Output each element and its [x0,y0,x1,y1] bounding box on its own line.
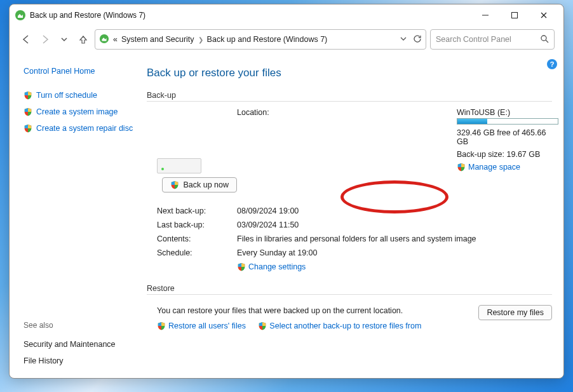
app-icon [15,10,26,21]
sidebar-create-repair-disc[interactable]: Create a system repair disc [24,124,137,133]
svg-point-5 [541,36,546,41]
backup-section-label: Back-up [147,91,552,100]
see-also-heading: See also [24,321,137,330]
disk-icon [157,158,201,173]
shield-icon [24,91,32,100]
svg-line-6 [546,40,548,43]
search-input[interactable]: Search Control Panel [430,29,555,50]
breadcrumb-seg1[interactable]: System and Security [121,35,194,44]
backup-now-label: Back up now [183,180,229,189]
window-controls [471,6,558,25]
shield-icon [170,180,179,189]
page-title: Back up or restore your files [147,67,552,79]
window-title: Back up and Restore (Windows 7) [30,11,145,20]
up-button[interactable] [76,32,91,47]
change-settings-link[interactable]: Change settings [237,262,552,271]
shield-icon [258,321,267,330]
chevron-right-icon: ❯ [198,36,203,43]
last-backup-value: 03/09/2024 11:50 [237,220,552,229]
last-backup-label: Last back-up: [157,220,237,229]
manage-space-label: Manage space [468,163,520,172]
sidebar-item-label: Turn off schedule [36,91,97,100]
help-icon[interactable]: ? [547,59,557,69]
sidebar-item-label: Create a system image [36,107,118,116]
address-bar[interactable]: « System and Security ❯ Back up and Rest… [95,29,426,50]
svg-rect-2 [512,13,518,18]
next-backup-label: Next back-up: [157,206,237,215]
disk-usage-bar [457,118,558,125]
shield-icon [457,163,466,172]
location-cell: WinToUSB (E:) 329.46 GB free of 465.66 G… [457,108,552,173]
shield-icon [237,262,246,271]
restore-my-files-label: Restore my files [487,308,544,317]
restore-section-label: Restore [147,284,552,293]
divider [147,101,552,102]
divider [147,294,552,295]
shield-icon [157,321,166,330]
location-label: Location: [237,108,457,117]
sidebar-turn-off-schedule[interactable]: Turn off schedule [24,91,137,100]
back-button[interactable] [18,32,34,47]
sidebar: Control Panel Home Turn off schedule Cre… [10,57,143,378]
titlebar: Back up and Restore (Windows 7) [10,4,563,26]
breadcrumb-seg2[interactable]: Back up and Restore (Windows 7) [207,35,328,44]
backup-now-button[interactable]: Back up now [162,177,237,193]
sidebar-item-label: Create a system repair disc [36,124,133,133]
contents-label: Contents: [157,234,237,243]
search-icon [540,34,549,45]
see-also-file-history[interactable]: File History [24,356,137,365]
restore-description: You can restore your files that were bac… [157,306,478,315]
select-another-label: Select another back-up to restore files … [269,321,421,330]
control-panel-home-link[interactable]: Control Panel Home [24,67,137,76]
shield-icon [24,124,32,133]
search-placeholder: Search Control Panel [436,35,511,44]
manage-space-link[interactable]: Manage space [457,163,520,172]
shield-icon [24,107,32,116]
breadcrumb-root[interactable]: « [113,35,118,44]
restore-all-users-link[interactable]: Restore all users' files [157,321,246,330]
refresh-button[interactable] [413,34,422,45]
recent-dropdown[interactable] [57,32,72,47]
body: ? Control Panel Home Turn off schedule C… [10,57,563,378]
next-backup-value: 08/09/2024 19:00 [237,206,552,215]
see-also-security[interactable]: Security and Maintenance [24,340,137,349]
select-another-backup-link[interactable]: Select another back-up to restore files … [258,321,421,330]
address-dropdown[interactable] [400,35,407,44]
restore-my-files-button[interactable]: Restore my files [478,305,552,320]
window: Back up and Restore (Windows 7) « System… [9,4,564,379]
main-content: Back up or restore your files Back-up Lo… [143,57,563,378]
backup-size: Back-up size: 19.67 GB [457,150,552,159]
minimize-button[interactable] [471,6,500,25]
change-settings-label: Change settings [248,262,306,271]
sidebar-create-system-image[interactable]: Create a system image [24,107,137,116]
schedule-label: Schedule: [157,248,237,257]
restore-all-users-label: Restore all users' files [168,321,246,330]
maximize-button[interactable] [500,6,529,25]
toolbar: « System and Security ❯ Back up and Rest… [10,26,563,57]
location-drive: WinToUSB (E:) [457,108,552,117]
forward-button[interactable] [37,32,53,47]
contents-value: Files in libraries and personal folders … [237,234,504,243]
breadcrumb-icon [99,34,111,45]
close-button[interactable] [529,6,558,25]
schedule-value: Every Sunday at 19:00 [237,248,552,257]
location-free: 329.46 GB free of 465.66 GB [457,128,552,146]
